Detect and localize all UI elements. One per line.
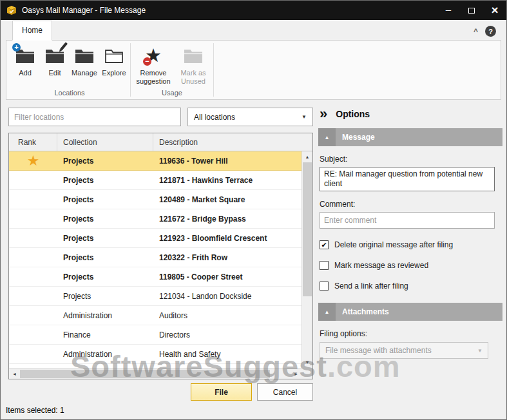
table-row[interactable]: Projects 121034 - Landon Dockside [9,287,301,306]
filing-options-value: File message with attachments [325,346,432,355]
ribbon-collapse-button[interactable]: ^ [474,28,478,35]
add-location-button[interactable]: + Add [10,45,40,77]
checkbox-delete-original[interactable]: ✔ Delete original message after filing [320,240,501,249]
minus-badge-icon: − [143,57,151,66]
checkbox-send-link[interactable]: ✔ Send a link after filing [320,282,501,291]
remove-suggestion-button[interactable]: ★ − Remove suggestion [132,45,175,86]
status-items-selected: Items selected: 1 [6,406,64,415]
chevron-down-icon: ▼ [477,348,483,354]
chevron-down-icon: ▼ [301,114,307,120]
cell-collection: Projects [57,176,153,185]
ribbon-separator [213,43,214,97]
table-row[interactable]: Projects 119805 - Cooper Street [9,267,301,287]
ribbon-separator [130,43,131,97]
table-row[interactable]: Projects 120489 - Market Square [9,190,301,209]
cell-collection: Projects [57,292,153,301]
window-title: Oasys Mail Manager - File Message [22,6,146,15]
minimize-button[interactable]: – [437,1,460,20]
locations-table: Rank Collection Description ★ Projects 1… [8,133,313,379]
manage-locations-button[interactable]: Manage [70,45,99,77]
table-row[interactable]: Projects 121672 - Bridge Bypass [9,209,301,229]
cell-collection: Projects [57,157,153,166]
help-button[interactable]: ? [485,26,496,37]
table-row[interactable]: Projects 120322 - Frith Row [9,248,301,267]
table-body: ★ Projects 119636 - Tower Hill Projects … [9,151,301,368]
filter-locations-input[interactable] [8,108,181,126]
tab-home[interactable]: Home [12,21,52,41]
cell-description: Directors [153,330,301,339]
folder-add-icon: + [15,45,35,66]
cancel-button[interactable]: Cancel [257,383,313,401]
ribbon-group-usage: ★ − Remove suggestion Mark as Unused Usa… [132,41,212,99]
title-bar: Oasys Mail Manager - File Message – × [1,1,506,20]
ribbon: + Add Edit Manage E [6,40,501,100]
subject-input[interactable]: RE: Mail manager question from potential… [320,167,495,191]
maximize-icon [468,8,475,14]
comment-input[interactable] [320,212,495,229]
message-section-header[interactable]: ▲ Message [318,128,502,146]
folder-explore-icon [104,45,124,66]
table-row[interactable]: Projects 121923 - Bloomfield Crescent [9,229,301,248]
horizontal-scrollbar[interactable]: ◄ ► [9,368,301,379]
vertical-scrollbar-thumb[interactable] [303,162,312,296]
close-button[interactable]: × [483,1,506,20]
window-controls: – × [437,1,506,20]
scroll-down-icon[interactable]: ▼ [302,358,312,367]
close-icon: × [491,3,498,17]
horizontal-scrollbar-thumb[interactable] [20,370,270,378]
column-header-collection[interactable]: Collection [57,133,153,151]
column-header-rank[interactable]: Rank [9,133,57,151]
maximize-button[interactable] [460,1,483,20]
cell-collection: Projects [57,234,153,243]
table-header: Rank Collection Description [9,133,312,151]
cell-collection: Projects [57,253,153,262]
cell-description: 119636 - Tower Hill [153,157,301,166]
attachments-section-header[interactable]: ▲ Attachments [318,303,502,321]
group-label-usage: Usage [132,89,212,99]
scrollbar-corner [301,368,312,379]
filing-options-dropdown: File message with attachments ▼ [320,342,488,359]
file-button[interactable]: File [191,383,252,401]
cell-description: 119805 - Cooper Street [153,272,301,282]
mark-as-unused-button[interactable]: Mark as Unused [175,45,212,86]
app-logo-icon [6,5,17,15]
cell-description: 121923 - Bloomfield Crescent [153,234,301,243]
star-remove-icon: ★ − [145,45,162,66]
help-icon: ? [488,28,493,35]
column-header-description[interactable]: Description [153,133,312,151]
section-collapse-icon: ▲ [318,303,336,321]
subject-label: Subject: [320,155,501,164]
rank-star-icon: ★ [28,155,39,167]
table-row[interactable]: Finance Directors [9,325,301,345]
table-row[interactable]: ★ Projects 119636 - Tower Hill [9,151,301,171]
checkbox-box[interactable]: ✔ [320,261,329,270]
table-row[interactable]: Projects 121871 - Hawkins Terrace [9,171,301,190]
checkbox-mark-reviewed[interactable]: ✔ Mark message as reviewed [320,261,501,270]
cell-collection: Projects [57,272,153,282]
location-scope-dropdown[interactable]: All locations ▼ [187,108,313,126]
scroll-up-icon[interactable]: ▲ [302,152,312,162]
folder-edit-icon [45,45,64,66]
cell-description: 120489 - Market Square [153,195,301,204]
checkbox-box[interactable]: ✔ [320,282,329,291]
explore-locations-button[interactable]: Explore [99,45,129,77]
cell-collection: Administration [57,350,153,359]
location-scope-value: All locations [194,113,235,122]
cell-collection: Projects [57,195,153,204]
check-icon: ✔ [321,242,327,248]
chevron-up-icon: ^ [474,27,478,36]
table-row[interactable]: Administration Auditors [9,306,301,325]
vertical-scrollbar[interactable]: ▲ ▼ [301,151,312,368]
cell-collection: Projects [57,215,153,224]
cell-description: 121871 - Hawkins Terrace [153,176,301,185]
cell-collection: Finance [57,330,153,339]
checkbox-box[interactable]: ✔ [320,240,329,249]
options-panel-title: Options [336,109,370,119]
cell-collection: Administration [57,311,153,320]
options-collapse-icon[interactable]: » [320,108,327,120]
group-label-locations: Locations [10,89,129,99]
scroll-left-icon[interactable]: ◄ [10,368,19,379]
edit-location-button[interactable]: Edit [40,45,70,77]
table-row[interactable]: Administration Health and Safety [9,345,301,364]
scroll-right-icon[interactable]: ► [291,368,301,379]
